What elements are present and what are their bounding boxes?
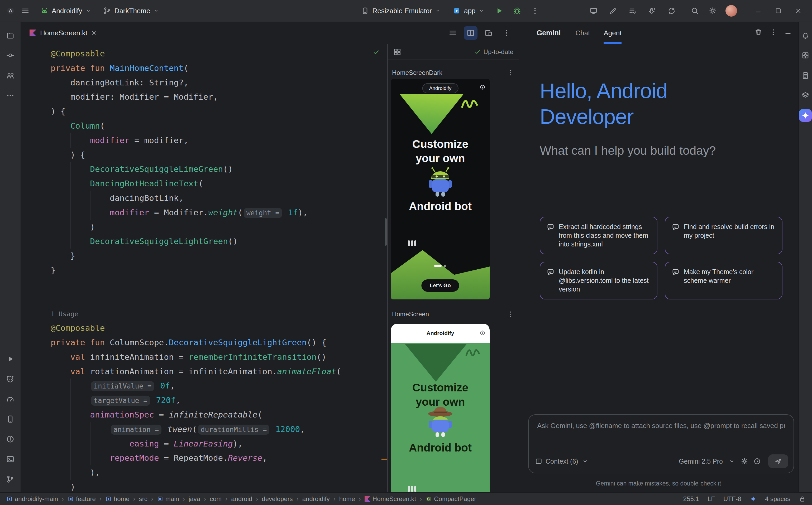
tool-profiler[interactable] — [2, 391, 19, 407]
debug-button[interactable] — [510, 3, 525, 18]
tool-gemini[interactable] — [799, 109, 812, 122]
breadcrumb-item-android[interactable]: android — [231, 495, 252, 503]
suggestion-card[interactable]: Update kotlin in @libs.version.toml to t… — [540, 262, 658, 299]
code-line[interactable]: dancingBotLink: String?, — [51, 75, 387, 90]
code-line[interactable] — [51, 292, 387, 307]
tool-app-quality-insights[interactable] — [799, 69, 812, 82]
breadcrumb-item-androidify[interactable]: androidify — [302, 495, 330, 503]
minimize-window-button[interactable] — [751, 3, 766, 18]
tool-more-tool-windows[interactable] — [2, 87, 19, 104]
device-mirroring-button[interactable] — [586, 3, 601, 18]
more-run-actions-button[interactable] — [528, 3, 542, 18]
vcs-branch-selector[interactable]: DarkTheme — [99, 4, 163, 17]
maximize-window-button[interactable] — [771, 3, 786, 18]
task-list-button[interactable] — [625, 3, 640, 18]
close-window-button[interactable] — [791, 3, 806, 18]
run-button[interactable] — [492, 3, 506, 18]
code-line[interactable]: DancingBotHeadlineText( — [51, 176, 387, 191]
preview-homescreendark[interactable]: Androidify Customize your own — [391, 79, 490, 299]
settings-button[interactable] — [705, 3, 720, 18]
gemini-code-assist-button[interactable] — [606, 3, 620, 18]
code-line[interactable]: modifier = Modifier.weight(weight = 1f), — [51, 205, 387, 220]
close-tab-icon[interactable] — [91, 30, 97, 36]
code-line[interactable]: modifier: Modifier = Modifier, — [51, 90, 387, 104]
tool-version-control[interactable] — [2, 471, 19, 488]
tab-chat[interactable]: Chat — [576, 22, 590, 44]
ui-check-mode-button[interactable] — [482, 26, 495, 40]
code-line[interactable]: DecorativeSquiggleLightGreen() — [51, 234, 387, 248]
inspections-ok-widget[interactable] — [372, 48, 380, 58]
tool-layout-inspector[interactable] — [799, 49, 812, 62]
tool-logcat[interactable] — [2, 371, 19, 387]
line-separator-widget[interactable]: LF — [707, 495, 715, 503]
gemini-debug-button[interactable] — [645, 3, 660, 18]
code-line[interactable]: @Composable — [51, 321, 387, 335]
tab-agent[interactable]: Agent — [604, 22, 621, 44]
main-menu-button[interactable] — [18, 3, 33, 18]
code-line[interactable]: dancingBotLink, — [51, 191, 387, 205]
code-line[interactable]: val rotationAnimation = infiniteAnimatio… — [51, 364, 387, 379]
gemini-status-icon[interactable] — [750, 496, 757, 502]
project-selector[interactable]: Androidify — [36, 4, 96, 17]
hide-gemini-panel-button[interactable] — [784, 28, 792, 38]
indent-widget[interactable]: 4 spaces — [765, 495, 790, 503]
editor-scrollbar[interactable] — [385, 218, 387, 245]
code-line[interactable]: ), — [51, 465, 387, 480]
code-line[interactable]: ) — [51, 480, 387, 492]
split-editor-mode-button[interactable] — [464, 26, 477, 40]
breadcrumb-item-developers[interactable]: developers — [262, 495, 293, 503]
code-line[interactable]: Column( — [51, 119, 387, 133]
breadcrumb-item-feature[interactable]: feature — [68, 495, 96, 503]
editor-tab-homescreen-kt[interactable]: HomeScreen.kt — [24, 22, 102, 44]
code-line[interactable]: targetValue = 720f, — [51, 393, 387, 407]
gemini-prompt-input[interactable]: Ask Gemini, use @filename to attach sour… — [528, 414, 794, 473]
history-icon[interactable] — [753, 458, 761, 465]
code-line[interactable]: private fun MainHomeContent( — [51, 61, 387, 75]
lets-go-button[interactable]: Let's Go — [421, 279, 459, 292]
readonly-lock-icon[interactable] — [799, 496, 806, 502]
code-line[interactable]: val infiniteAnimation = rememberInfinite… — [51, 350, 387, 364]
sync-project-button[interactable] — [664, 3, 679, 18]
caret-position-widget[interactable]: 255:1 — [683, 495, 699, 503]
code-line[interactable]: repeatMode = RepeatMode.Reverse, — [51, 451, 387, 465]
tool-terminal[interactable] — [2, 451, 19, 468]
tool-structure[interactable] — [2, 67, 19, 84]
code-line[interactable]: modifier = modifier, — [51, 133, 387, 148]
code-editor[interactable]: @Composableprivate fun MainHomeContent( … — [21, 44, 388, 492]
preview-options-icon[interactable] — [507, 69, 514, 76]
gemini-settings-icon[interactable] — [741, 458, 748, 465]
code-line[interactable]: easing = LinearEasing), — [51, 437, 387, 451]
breadcrumb-item-java[interactable]: java — [189, 495, 200, 503]
send-prompt-button[interactable] — [768, 454, 788, 468]
suggestion-card[interactable]: Make my Theme's color scheme warmer — [665, 262, 783, 299]
breadcrumb-item-androidify-main[interactable]: androidify-main — [6, 495, 58, 503]
code-line[interactable]: ) { — [51, 148, 387, 162]
code-line[interactable]: } — [51, 248, 387, 263]
breadcrumb-item-src[interactable]: src — [139, 495, 147, 503]
code-line[interactable]: ) — [51, 220, 387, 234]
tool-project[interactable] — [2, 27, 19, 44]
encoding-widget[interactable]: UTF-8 — [723, 495, 741, 503]
user-avatar[interactable] — [725, 5, 737, 17]
run-configuration-selector[interactable]: app — [448, 4, 489, 17]
breadcrumb-item-CompactPager[interactable]: CompactPager — [426, 495, 476, 503]
suggestion-card[interactable]: Find and resolve build errors in my proj… — [665, 217, 783, 255]
breadcrumb-item-com[interactable]: com — [210, 495, 222, 503]
device-selector[interactable]: Resizable Emulator — [357, 4, 445, 17]
search-everywhere-button[interactable] — [688, 3, 702, 18]
preview-options-icon[interactable] — [507, 311, 514, 318]
code-line[interactable]: animation = tween(durationMillis = 12000… — [51, 422, 387, 437]
gallery-view-icon[interactable] — [393, 48, 401, 56]
tool-notifications[interactable] — [799, 29, 812, 42]
tool-run[interactable] — [2, 351, 19, 367]
preview-homescreen[interactable]: Androidify Customize your own — [391, 324, 490, 492]
breadcrumb-item-home[interactable]: home — [339, 495, 355, 503]
code-line[interactable]: DecorativeSquiggleLimeGreen() — [51, 162, 387, 176]
context-selector[interactable]: Context (6) — [546, 458, 578, 465]
model-selector[interactable]: Gemini 2.5 Pro — [679, 458, 723, 465]
gemini-more-options-button[interactable] — [769, 28, 777, 38]
suggestion-card[interactable]: Extract all hardcoded strings from this … — [540, 217, 658, 255]
breadcrumb-item-HomeScreen.kt[interactable]: HomeScreen.kt — [365, 495, 416, 503]
clear-conversation-button[interactable] — [755, 28, 763, 38]
breadcrumb-item-main[interactable]: main — [157, 495, 179, 503]
